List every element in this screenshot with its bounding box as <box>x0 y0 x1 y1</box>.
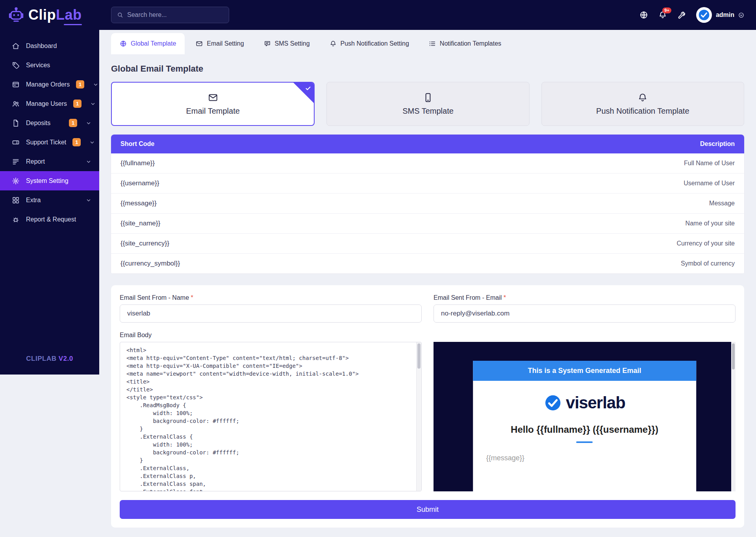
preview-scrollbar[interactable] <box>731 342 736 491</box>
email-body-code[interactable]: <html> <meta http-equiv="Content-Type" c… <box>120 342 421 491</box>
smartphone-icon <box>423 92 433 103</box>
table-row: {{site_name}} Name of your site <box>111 214 744 234</box>
card-push-notification-template[interactable]: Push Notification Template <box>541 82 744 126</box>
count-badge: 1 <box>76 80 84 89</box>
sidebar-item-services[interactable]: Services <box>0 55 99 75</box>
preview-logo-text: viserlab <box>566 393 625 412</box>
tab-label: SMS Setting <box>275 40 310 47</box>
wrench-icon[interactable] <box>677 11 686 19</box>
sidebar-item-label: Report <box>26 158 80 165</box>
preview-scrollbar-thumb[interactable] <box>732 343 735 369</box>
logo-underline <box>64 24 82 25</box>
preview-greeting: Hello {{fullname}} ({{username}}) <box>473 424 697 435</box>
chevron-down-icon <box>89 140 95 145</box>
table-row: {{site_currency}} Currency of your site <box>111 234 744 254</box>
email-preview-card: This is a System Generated Email viserla… <box>473 361 697 491</box>
sidebar-item-dashboard[interactable]: Dashboard <box>0 36 99 55</box>
editor-scrollbar[interactable] <box>416 342 421 491</box>
page-content: Global Email Template Email Template SMS… <box>99 54 756 537</box>
table-row: {{username}} Username of User <box>111 173 744 194</box>
sidebar-item-report-and-request[interactable]: Report & Request <box>0 210 99 229</box>
file-icon <box>12 119 20 127</box>
sidebar-item-report[interactable]: Report <box>0 152 99 171</box>
required-mark: * <box>504 294 506 301</box>
sidebar-item-label: Deposits <box>26 120 63 127</box>
bell-icon[interactable]: 9+ <box>658 11 667 19</box>
editor-scrollbar-thumb[interactable] <box>417 343 421 369</box>
email-template-form: Email Sent From - Name * Email Sent From… <box>111 285 744 528</box>
check-icon <box>305 85 311 92</box>
sent-from-email-input[interactable] <box>434 304 736 323</box>
sidebar-item-system-setting[interactable]: System Setting <box>0 171 99 190</box>
list-icon <box>429 40 436 47</box>
shortcode-table-header: Short Code Description <box>111 135 744 153</box>
card-sms-template[interactable]: SMS Template <box>326 82 529 126</box>
shortcode-table: Short Code Description {{fullname}} Full… <box>111 135 744 273</box>
preview-divider <box>576 441 593 443</box>
chevron-down-icon <box>93 82 98 87</box>
column-header-description: Description <box>700 140 735 148</box>
email-body-label: Email Body <box>120 331 422 339</box>
report-lines-icon <box>12 158 20 166</box>
email-preview-column: This is a System Generated Email viserla… <box>434 331 736 491</box>
field-label: Email Sent From - Email * <box>434 294 736 301</box>
settings-tabs: Global Template Email Setting SMS Settin… <box>99 30 756 54</box>
table-row: {{fullname}} Full Name of User <box>111 153 744 173</box>
sidebar-item-label: System Setting <box>26 177 91 185</box>
sidebar-item-label: Extra <box>26 197 80 204</box>
sent-from-name-label: Email Sent From - Name <box>120 294 189 301</box>
card-email-template[interactable]: Email Template <box>111 82 315 126</box>
brand-name: ClipLab <box>28 8 82 22</box>
tab-global-template[interactable]: Global Template <box>111 33 185 54</box>
shortcode-description: Username of User <box>684 180 735 187</box>
preview-banner: This is a System Generated Email <box>473 361 697 381</box>
search-input[interactable] <box>127 11 223 18</box>
card-label: Push Notification Template <box>596 107 689 116</box>
search-box <box>111 7 229 23</box>
notification-count-badge: 9+ <box>662 7 671 13</box>
brand-logo[interactable]: ClipLab <box>0 0 99 30</box>
sidebar-item-label: Report & Request <box>26 216 91 223</box>
sent-from-name-input[interactable] <box>120 304 422 323</box>
preview-message: {{message}} <box>486 454 683 462</box>
sidebar-item-label: Manage Users <box>26 100 67 107</box>
footer-brand: CLIPLAB <box>26 355 56 362</box>
shortcode-description: Name of your site <box>686 220 735 227</box>
topbar-actions: 9+ admin <box>639 7 744 23</box>
shortcode-value: {{currency_symbol}} <box>120 260 180 268</box>
count-badge: 1 <box>73 100 82 108</box>
sidebar-item-support-ticket[interactable]: Support Ticket 1 <box>0 133 99 152</box>
user-menu[interactable]: admin <box>696 7 744 23</box>
sidebar-item-deposits[interactable]: Deposits 1 <box>0 113 99 133</box>
footer-version: V2.0 <box>59 355 73 362</box>
tab-sms-setting[interactable]: SMS Setting <box>255 33 319 54</box>
sidebar-item-extra[interactable]: Extra <box>0 190 99 210</box>
email-preview-panel: This is a System Generated Email viserla… <box>434 342 736 491</box>
logo-icon <box>8 7 24 23</box>
sidebar: ClipLab Dashboard Services Manage Orders… <box>0 0 99 375</box>
avatar <box>696 7 712 23</box>
sidebar-item-manage-orders[interactable]: Manage Orders 1 <box>0 75 99 94</box>
tab-label: Email Setting <box>207 40 244 47</box>
chevron-down-icon <box>86 159 91 164</box>
tab-notification-templates[interactable]: Notification Templates <box>420 33 510 54</box>
sidebar-menu: Dashboard Services Manage Orders 1 Manag… <box>0 36 99 344</box>
shortcode-value: {{username}} <box>120 179 159 187</box>
shortcode-value: {{fullname}} <box>120 159 155 167</box>
tab-push-notification-setting[interactable]: Push Notification Setting <box>321 33 418 54</box>
submit-button[interactable]: Submit <box>120 500 736 519</box>
tab-email-setting[interactable]: Email Setting <box>187 33 252 54</box>
count-badge: 1 <box>72 138 81 146</box>
shortcode-description: Symbol of currency <box>681 260 735 267</box>
sidebar-item-label: Services <box>26 62 91 69</box>
orders-icon <box>12 81 20 89</box>
sidebar-item-label: Manage Orders <box>26 81 70 88</box>
chevron-down-icon <box>90 101 96 107</box>
sidebar-item-manage-users[interactable]: Manage Users 1 <box>0 94 99 113</box>
shortcode-description: Message <box>709 200 735 207</box>
grid-icon <box>12 196 20 204</box>
username-label: admin <box>716 11 734 18</box>
globe-icon[interactable] <box>639 11 648 19</box>
email-body-editor: <html> <meta http-equiv="Content-Type" c… <box>120 342 422 491</box>
main-area: 9+ admin Global Template Email Setting <box>99 0 756 537</box>
